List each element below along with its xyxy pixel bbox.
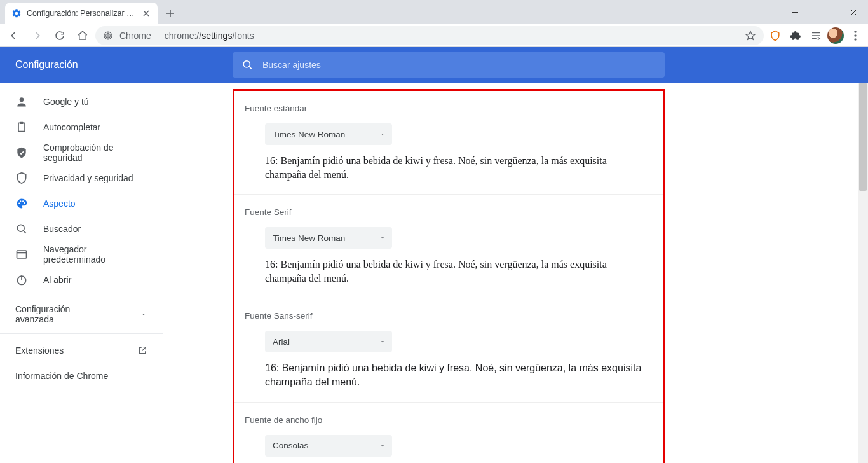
sidebar-item-search-engine[interactable]: Buscador — [0, 216, 163, 242]
font-fixed-dropdown[interactable]: Consolas — [265, 435, 392, 457]
sidebar-item-extensions[interactable]: Extensiones — [0, 338, 163, 363]
nav-back-button[interactable] — [4, 25, 24, 46]
sidebar-label: Buscador — [43, 224, 81, 234]
site-info-icon[interactable] — [103, 31, 113, 41]
extension-brave-icon[interactable] — [766, 27, 784, 45]
palette-icon — [15, 197, 28, 210]
fonts-settings-panel: Fuente estándar Times New Roman 16: Benj… — [233, 83, 665, 463]
svg-point-20 — [20, 97, 24, 102]
gear-icon — [11, 8, 22, 18]
profile-avatar[interactable] — [827, 27, 844, 44]
font-sans-section: Fuente Sans-serif Arial 16: Benjamín pid… — [234, 298, 663, 402]
svg-point-15 — [854, 31, 856, 32]
font-serif-dropdown[interactable]: Times New Roman — [265, 227, 392, 249]
bookmark-star-icon[interactable] — [745, 30, 756, 41]
search-icon — [15, 223, 28, 235]
dropdown-value: Consolas — [273, 441, 308, 450]
font-sample-text: 16: Benjamín pidió una bebida de kiwi y … — [265, 361, 642, 389]
sidebar-item-default-browser[interactable]: Navegador predeterminado — [0, 242, 163, 267]
window-close-button[interactable] — [839, 0, 868, 24]
svg-point-16 — [854, 34, 856, 36]
sidebar-item-privacy[interactable]: Privacidad y seguridad — [0, 165, 163, 191]
tab-title: Configuración: Personalizar fuent — [27, 9, 136, 18]
svg-marker-35 — [381, 134, 384, 135]
window-titlebar: Configuración: Personalizar fuent — [0, 0, 868, 24]
reload-button[interactable] — [50, 25, 70, 46]
settings-search-input[interactable] — [262, 60, 656, 70]
sidebar-item-about[interactable]: Información de Chrome — [0, 363, 163, 389]
url-part: chrome:// — [165, 31, 201, 41]
sidebar-item-autofill[interactable]: Autocompletar — [0, 114, 163, 140]
font-standard-dropdown[interactable]: Times New Roman — [265, 123, 392, 145]
person-icon — [15, 95, 28, 108]
scrollbar-thumb[interactable] — [859, 83, 867, 191]
svg-marker-37 — [381, 342, 384, 343]
new-tab-button[interactable] — [161, 4, 179, 22]
extensions-puzzle-icon[interactable] — [787, 27, 804, 45]
url-part: settings — [201, 31, 232, 41]
advanced-label: Configuración avanzada — [15, 304, 78, 324]
font-serif-section: Fuente Serif Times New Roman 16: Benjamí… — [234, 195, 663, 298]
home-button[interactable] — [72, 25, 93, 46]
svg-marker-36 — [381, 237, 384, 238]
settings-search-box[interactable] — [233, 52, 665, 78]
svg-rect-21 — [18, 123, 25, 131]
chevron-down-icon — [140, 310, 147, 318]
power-icon — [15, 273, 28, 286]
shield-check-icon — [15, 146, 28, 159]
settings-sidebar: Google y tú Autocompletar Comprobación d… — [0, 83, 163, 463]
svg-point-24 — [20, 200, 21, 202]
shield-icon — [15, 172, 28, 184]
tab-close-button[interactable] — [141, 8, 151, 18]
font-sans-dropdown[interactable]: Arial — [265, 331, 392, 352]
sidebar-item-google[interactable]: Google y tú — [0, 89, 163, 114]
sidebar-label: Aspecto — [43, 198, 76, 209]
sidebar-advanced-toggle[interactable]: Configuración avanzada — [0, 299, 163, 329]
separator — [0, 333, 163, 334]
svg-marker-33 — [142, 314, 146, 315]
sidebar-label: Comprobación de seguridad — [43, 142, 147, 163]
reading-list-icon[interactable] — [807, 27, 825, 45]
settings-header: Configuración — [0, 47, 868, 83]
dropdown-value: Times New Roman — [273, 130, 345, 139]
chevron-down-icon — [379, 131, 386, 137]
chevron-down-icon — [379, 235, 386, 241]
sidebar-label: Privacidad y seguridad — [43, 173, 133, 183]
sidebar-label: Autocompletar — [43, 122, 100, 132]
chevron-down-icon — [379, 443, 386, 449]
svg-rect-29 — [17, 251, 27, 258]
svg-line-28 — [24, 231, 26, 233]
url-part: /fonts — [232, 31, 254, 41]
svg-point-23 — [18, 203, 20, 204]
window-minimize-button[interactable] — [780, 0, 810, 24]
section-label: Fuente Serif — [245, 207, 642, 217]
svg-point-27 — [17, 225, 24, 232]
sidebar-item-appearance[interactable]: Aspecto — [0, 191, 163, 216]
browser-window-icon — [15, 248, 28, 261]
address-bar[interactable]: Chrome chrome://settings/fonts — [95, 26, 764, 45]
sidebar-item-on-startup[interactable]: Al abrir — [0, 267, 163, 293]
font-sample-text: 16: Benjamín pidió una bebida de kiwi y … — [265, 154, 642, 181]
kebab-menu-icon[interactable] — [846, 27, 864, 45]
external-link-icon — [137, 345, 147, 356]
extensions-label: Extensiones — [15, 345, 64, 356]
svg-point-25 — [22, 200, 24, 202]
page-scrollbar[interactable] — [858, 83, 868, 463]
search-icon — [241, 59, 254, 71]
about-label: Información de Chrome — [15, 371, 108, 381]
svg-point-26 — [24, 202, 25, 204]
vertical-divider — [233, 83, 233, 463]
nav-forward-button[interactable] — [27, 25, 47, 46]
svg-marker-11 — [746, 31, 755, 39]
svg-line-34 — [142, 347, 146, 351]
font-standard-section: Fuente estándar Times New Roman 16: Benj… — [234, 91, 663, 195]
svg-rect-5 — [822, 10, 827, 15]
sidebar-item-safety-check[interactable]: Comprobación de seguridad — [0, 140, 163, 165]
window-maximize-button[interactable] — [810, 0, 839, 24]
section-label: Fuente de ancho fijo — [245, 415, 642, 425]
sidebar-label: Navegador predeterminado — [43, 244, 147, 265]
browser-tab-active[interactable]: Configuración: Personalizar fuent — [5, 3, 158, 24]
section-label: Fuente estándar — [245, 104, 642, 113]
window-controls — [780, 0, 868, 24]
svg-marker-38 — [381, 445, 384, 446]
